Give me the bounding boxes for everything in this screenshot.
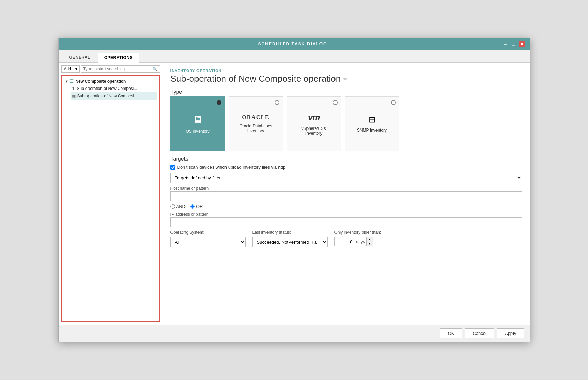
inv-status-dropdown[interactable]: Succeeded, NotPerformed, Fai Succeeded F… bbox=[252, 237, 328, 247]
snmp-card-label: SNMP Inventory bbox=[357, 128, 387, 133]
tree-parent-item[interactable]: ▼ ☰ New Composite operation bbox=[64, 78, 157, 85]
tree-child-1[interactable]: ⬆ Sub-operation of New Composi... bbox=[71, 85, 157, 92]
tree-child-2-label: Sub-operation of New Composi... bbox=[77, 94, 138, 98]
grid-icon: ▦ bbox=[72, 94, 76, 98]
and-radio[interactable] bbox=[170, 204, 175, 209]
tree-parent-label: New Composite operation bbox=[75, 79, 126, 84]
spinner-down-button[interactable]: ▼ bbox=[367, 242, 373, 246]
main-content: Add... ▾ 🔍 ▼ ☰ New Composite operation ⬆ bbox=[59, 63, 530, 325]
snmp-icon: ⊞ bbox=[369, 115, 375, 124]
oracle-card-label: Oracle DatabasesInventory bbox=[239, 124, 272, 133]
inv-older-spinner-row: days ▲ ▼ bbox=[334, 237, 381, 246]
radio-snmp bbox=[391, 100, 396, 105]
minimize-button[interactable]: ─ bbox=[502, 41, 509, 47]
spinner-buttons: ▲ ▼ bbox=[366, 237, 373, 246]
type-card-os[interactable]: 🖥 OS Inventory bbox=[170, 96, 225, 151]
inv-older-unit: days bbox=[356, 239, 365, 244]
vsphere-card-label: vSphere/ESXInventory bbox=[301, 126, 326, 136]
radio-oracle bbox=[275, 100, 279, 105]
type-card-vsphere[interactable]: vm vSphere/ESXInventory bbox=[287, 96, 341, 151]
page-title: Sub-operation of New Composite operation… bbox=[170, 73, 522, 84]
or-radio[interactable] bbox=[190, 204, 195, 209]
tree-child-1-label: Sub-operation of New Composi... bbox=[77, 86, 137, 91]
logic-radio-row: AND OR bbox=[170, 204, 522, 209]
edit-icon[interactable]: ✏ bbox=[343, 76, 348, 82]
dropdown-arrow-icon: ▾ bbox=[75, 67, 77, 71]
inv-status-label: Last inventory status: bbox=[252, 230, 328, 235]
type-card-snmp[interactable]: ⊞ SNMP Inventory bbox=[345, 96, 399, 151]
apply-button[interactable]: Apply bbox=[497, 328, 524, 338]
title-bar: SCHEDULED TASK DIALOG ─ □ ✕ bbox=[59, 38, 530, 50]
page-title-text: Sub-operation of New Composite operation bbox=[170, 73, 341, 84]
or-radio-label[interactable]: OR bbox=[190, 204, 203, 209]
host-input[interactable] bbox=[170, 191, 522, 201]
inv-older-label: Only inventory older than: bbox=[334, 230, 381, 235]
spinner-up-button[interactable]: ▲ bbox=[367, 237, 373, 242]
scheduled-task-dialog: SCHEDULED TASK DIALOG ─ □ ✕ GENERAL OPER… bbox=[58, 38, 530, 342]
os-field: Operating System: All Windows Linux macO… bbox=[170, 230, 246, 247]
close-button[interactable]: ✕ bbox=[519, 41, 525, 47]
add-dropdown-button[interactable]: Add... ▾ bbox=[61, 65, 80, 73]
radio-os bbox=[217, 100, 221, 105]
host-label: Host name or pattern bbox=[170, 186, 522, 191]
add-label: Add... bbox=[64, 67, 74, 71]
section-header: INVENTORY OPERATION Sub-operation of New… bbox=[170, 69, 522, 84]
search-icon: 🔍 bbox=[153, 67, 158, 71]
left-panel: Add... ▾ 🔍 ▼ ☰ New Composite operation ⬆ bbox=[59, 63, 163, 325]
type-section: Type 🖥 OS Inventory ORACLE Oracle Databa… bbox=[170, 89, 522, 151]
radio-vsphere bbox=[333, 100, 338, 105]
type-cards: 🖥 OS Inventory ORACLE Oracle DatabasesIn… bbox=[170, 96, 522, 151]
dialog-footer: OK Cancel Apply bbox=[59, 325, 530, 342]
bottom-fields: Operating System: All Windows Linux macO… bbox=[170, 230, 522, 247]
dont-scan-checkbox[interactable] bbox=[170, 165, 175, 170]
dont-scan-row: Don't scan devices which upload inventor… bbox=[170, 165, 522, 170]
ip-field-group: IP address or pattern bbox=[170, 212, 522, 227]
and-radio-label[interactable]: AND bbox=[170, 204, 186, 209]
ok-button[interactable]: OK bbox=[440, 328, 462, 338]
ip-input[interactable] bbox=[170, 217, 522, 227]
type-section-label: Type bbox=[170, 89, 522, 95]
targets-dropdown[interactable]: Targets defined by filter All targets Cu… bbox=[170, 173, 522, 183]
right-panel: INVENTORY OPERATION Sub-operation of New… bbox=[163, 63, 530, 325]
inv-older-field: Only inventory older than: days ▲ ▼ bbox=[334, 230, 381, 246]
tree-expand-icon: ▼ bbox=[65, 79, 69, 83]
os-inventory-icon: 🖥 bbox=[193, 114, 203, 125]
tree-container: ▼ ☰ New Composite operation ⬆ Sub-operat… bbox=[61, 75, 160, 322]
tab-general[interactable]: GENERAL bbox=[63, 53, 97, 62]
tree-children: ⬆ Sub-operation of New Composi... ▦ Sub-… bbox=[64, 85, 157, 100]
tree-child-2[interactable]: ▦ Sub-operation of New Composi... bbox=[71, 92, 157, 100]
search-box: 🔍 bbox=[81, 65, 160, 73]
oracle-logo-icon: ORACLE bbox=[242, 114, 269, 120]
upload-icon: ⬆ bbox=[72, 86, 75, 91]
inv-status-field: Last inventory status: Succeeded, NotPer… bbox=[252, 230, 328, 247]
targets-section-title: Targets bbox=[170, 156, 522, 162]
host-field-group: Host name or pattern bbox=[170, 186, 522, 201]
os-dropdown[interactable]: All Windows Linux macOS bbox=[170, 237, 246, 247]
vm-logo-icon: vm bbox=[308, 112, 320, 123]
maximize-button[interactable]: □ bbox=[510, 41, 517, 47]
ip-label: IP address or pattern bbox=[170, 212, 522, 217]
section-label: INVENTORY OPERATION bbox=[170, 69, 522, 73]
window-controls: ─ □ ✕ bbox=[502, 41, 525, 47]
search-input[interactable] bbox=[83, 67, 153, 71]
left-toolbar: Add... ▾ 🔍 bbox=[61, 65, 160, 73]
tab-operations[interactable]: OPERATIONS bbox=[98, 53, 139, 63]
type-card-oracle[interactable]: ORACLE Oracle DatabasesInventory bbox=[229, 96, 283, 151]
and-label: AND bbox=[176, 204, 186, 209]
dialog-title: SCHEDULED TASK DIALOG bbox=[83, 42, 502, 46]
os-field-label: Operating System: bbox=[170, 230, 246, 235]
inv-older-input[interactable] bbox=[334, 237, 355, 246]
targets-section: Targets Don't scan devices which upload … bbox=[170, 156, 522, 247]
tabs-bar: GENERAL OPERATIONS bbox=[59, 50, 530, 63]
dont-scan-label: Don't scan devices which upload inventor… bbox=[177, 165, 286, 170]
os-card-label: OS Inventory bbox=[186, 129, 209, 134]
composite-op-icon: ☰ bbox=[70, 79, 74, 84]
or-label: OR bbox=[196, 204, 203, 209]
cancel-button[interactable]: Cancel bbox=[465, 328, 494, 338]
